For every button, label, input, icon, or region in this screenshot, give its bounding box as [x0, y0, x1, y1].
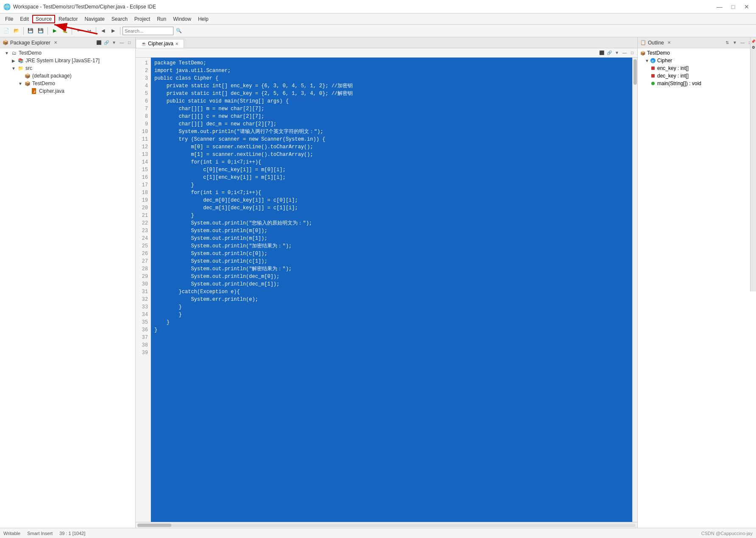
menu-run[interactable]: Run [153, 15, 170, 23]
new-btn[interactable]: 📄 [2, 26, 11, 36]
menu-source[interactable]: Source [32, 15, 55, 23]
editor-content: 1 2 3 4 5 6 7 8 9 10 11 12 13 14 15 16 1… [136, 58, 637, 522]
jre-icon: 📚 [17, 57, 25, 64]
panel-menu-btn[interactable]: ▼ [111, 39, 117, 46]
status-left: Writable Smart Insert 39 : 1 [1042] [3, 531, 85, 536]
line-num-27: 27 [136, 258, 151, 265]
tree-item-testdemo-root[interactable]: ▼ 🗂 TestDemo [0, 49, 135, 57]
undo-btn[interactable]: ↩ [74, 26, 84, 36]
run-btn[interactable]: ▶ [50, 26, 59, 36]
code-line-25: System.out.println(m[0]); [154, 227, 629, 235]
line-num-5: 5 [136, 90, 151, 97]
editor-collapse-btn[interactable]: ⬛ [598, 50, 605, 56]
outline-menu-btn[interactable]: ▼ [731, 39, 738, 46]
code-editor[interactable]: package TestDemo;import java.util.Scanne… [151, 58, 632, 522]
editor-min-btn[interactable]: — [621, 50, 628, 56]
right-icon-1[interactable]: 📌 [751, 39, 756, 44]
src-icon: 📁 [17, 65, 25, 72]
code-line-15: m[1] = scanner.nextLine().toCharArray(); [154, 151, 629, 158]
line-num-14: 14 [136, 158, 151, 166]
code-line-38: } [154, 326, 629, 334]
save-btn[interactable]: 💾 [26, 26, 35, 36]
search-btn[interactable]: 🔍 [174, 26, 184, 36]
line-num-17: 17 [136, 181, 151, 189]
app-icon: 🌐 [3, 3, 11, 10]
outline-item-enc-key[interactable]: enc_key : int[] [638, 64, 756, 72]
search-input[interactable] [123, 27, 173, 35]
tree-item-src[interactable]: ▼ 📁 src [0, 64, 135, 72]
toolbar-sep-2 [47, 27, 48, 35]
maximize-panel-btn[interactable]: □ [126, 39, 133, 46]
link-editor-btn[interactable]: 🔗 [103, 39, 110, 46]
outline-header-icons: ⇅ ▼ — □ [724, 39, 753, 46]
minimize-panel-btn[interactable]: — [118, 39, 125, 46]
line-num-36: 36 [136, 326, 151, 334]
title-bar: 🌐 Workspace - TestDemo/src/TestDemo/Ciph… [0, 0, 756, 14]
line-num-38: 38 [136, 341, 151, 349]
tree-item-cipher[interactable]: ▶ J Cipher.java [0, 87, 135, 95]
outline-item-dec-key[interactable]: dec_key : int[] [638, 72, 756, 80]
collapse-all-btn[interactable]: ⬛ [95, 39, 102, 46]
next-edit-btn[interactable]: ▶ [109, 26, 118, 36]
tree-item-jre[interactable]: ▶ 📚 JRE System Library [JavaSE-17] [0, 57, 135, 64]
menu-refactor[interactable]: Refactor [55, 15, 81, 23]
line-num-13: 13 [136, 151, 151, 158]
horizontal-scrollbar-track[interactable] [137, 524, 636, 527]
svg-text:J: J [33, 90, 35, 94]
line-num-23: 23 [136, 227, 151, 235]
panel-close-icon[interactable]: ✕ [54, 40, 57, 45]
outline-item-main[interactable]: main(String[]) : void [638, 80, 756, 87]
menu-window[interactable]: Window [170, 15, 195, 23]
line-num-32: 32 [136, 296, 151, 303]
editor-max-btn[interactable]: □ [629, 50, 636, 56]
menu-project[interactable]: Project [131, 15, 153, 23]
save-all-btn[interactable]: 💾 [36, 26, 45, 36]
prev-edit-btn[interactable]: ◀ [98, 26, 108, 36]
menu-file[interactable]: File [2, 15, 17, 23]
outline-min-btn[interactable]: — [739, 39, 746, 46]
redo-btn[interactable]: ↪ [84, 26, 94, 36]
debug-btn[interactable]: 🐛 [60, 26, 70, 36]
outline-item-testdemo[interactable]: 📦 TestDemo [638, 49, 756, 57]
menu-edit[interactable]: Edit [17, 15, 32, 23]
editor-menu-btn[interactable]: ▼ [614, 50, 620, 56]
expand-arrow-jre: ▶ [10, 58, 17, 63]
editor-tab-cipher[interactable]: ☕ Cipher.java ✕ [136, 39, 184, 48]
code-line-19: } [154, 181, 629, 189]
close-button[interactable]: ✕ [741, 3, 753, 11]
project-icon: 🗂 [10, 50, 18, 56]
svg-point-6 [651, 82, 655, 85]
title-bar-left: 🌐 Workspace - TestDemo/src/TestDemo/Ciph… [3, 3, 156, 10]
menu-search[interactable]: Search [108, 15, 131, 23]
vertical-scrollbar[interactable] [632, 58, 637, 522]
tab-close-btn[interactable]: ✕ [175, 42, 179, 46]
code-line-28: System.out.println(c[0]); [154, 250, 629, 258]
outline-item-cipher[interactable]: ▼ C Cipher [638, 57, 756, 64]
code-line-27: System.out.println("加密结果为："); [154, 242, 629, 250]
menu-help[interactable]: Help [195, 15, 212, 23]
outline-close-icon[interactable]: ✕ [667, 40, 671, 45]
editor-toolbar: ⬛ 🔗 ▼ — □ [136, 48, 637, 58]
tree-item-default-pkg[interactable]: ▶ 📦 (default package) [0, 72, 135, 80]
line-num-28: 28 [136, 265, 151, 273]
code-line-30: System.out.println("解密结果为："); [154, 265, 629, 273]
expand-arrow: ▼ [3, 51, 10, 55]
package-explorer-header: 📦 Package Explorer ✕ ⬛ 🔗 ▼ — □ [0, 37, 135, 48]
outline-label-testdemo: TestDemo [647, 50, 670, 56]
line-num-16: 16 [136, 174, 151, 181]
maximize-button[interactable]: □ [727, 3, 739, 11]
tree-item-testdemo-pkg[interactable]: ▼ 📦 TestDemo [0, 80, 135, 87]
outline-sort-btn[interactable]: ⇅ [724, 39, 731, 46]
editor-sync-btn[interactable]: 🔗 [606, 50, 613, 56]
code-line-32: System.out.println(dec_m[1]); [154, 280, 629, 288]
open-btn[interactable]: 📂 [12, 26, 21, 36]
minimize-button[interactable]: — [714, 3, 725, 11]
horizontal-scrollbar-container [136, 522, 637, 528]
line-num-15: 15 [136, 166, 151, 174]
outline-tree: 📦 TestDemo ▼ C Cipher enc_key : int[] [638, 48, 756, 528]
right-icon-2[interactable]: ⚙ [751, 45, 756, 50]
panel-header-icons: ⬛ 🔗 ▼ — □ [95, 39, 133, 46]
line-num-22: 22 [136, 219, 151, 227]
menu-navigate[interactable]: Navigate [81, 15, 108, 23]
main-layout: 📦 Package Explorer ✕ ⬛ 🔗 ▼ — □ ▼ 🗂 TestD… [0, 37, 756, 528]
